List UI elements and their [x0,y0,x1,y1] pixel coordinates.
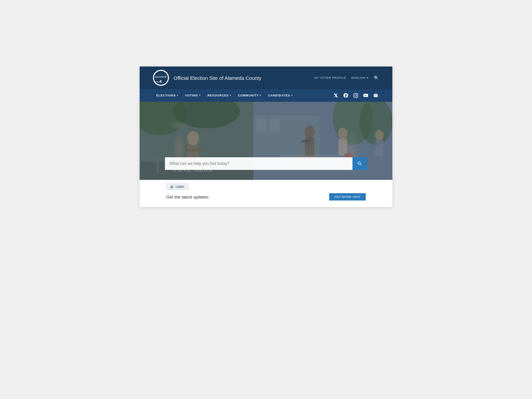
page-container: ACVOTE ★ Official Election Site of Alame… [140,66,392,207]
site-title: Official Election Site of Alameda County [174,75,261,81]
language-selector[interactable]: ENGLISH ▾ [351,76,368,79]
social-icons [332,92,379,99]
get-more-info-button[interactable]: GET MORE INFO [329,193,366,200]
listen-speaker-icon: 🔊 [170,185,174,189]
search-icon[interactable]: 🔍 [374,75,379,80]
search-submit-icon [357,161,362,166]
elections-chevron-icon: ▾ [177,94,179,97]
hero-section: VOTE HERE [140,102,392,180]
updates-text: Get the latest updates [166,195,208,200]
logo-acvote-text: ACVOTE [155,76,167,78]
logo-wave [154,79,168,83]
top-header: ACVOTE ★ Official Election Site of Alame… [140,66,392,89]
community-chevron-icon: ▾ [260,94,261,97]
logo-area: ACVOTE ★ Official Election Site of Alame… [153,70,261,86]
email-icon[interactable] [372,92,379,99]
voter-profile-link[interactable]: MY VOTER PROFILE [314,76,346,79]
header-right: MY VOTER PROFILE ENGLISH ▾ 🔍 [314,75,379,80]
voting-chevron-icon: ▾ [199,94,201,97]
instagram-icon[interactable] [352,92,359,99]
twitter-icon[interactable] [332,92,339,99]
nav-bar: ELECTIONS ▾ VOTING ▾ RESOURCES ▾ COMMUNI… [140,89,392,102]
candidates-chevron-icon: ▾ [291,94,293,97]
nav-item-resources[interactable]: RESOURCES ▾ [204,89,235,102]
updates-section: Get the latest updates GET MORE INFO [166,193,366,200]
hero-search-button[interactable] [352,157,367,170]
youtube-icon[interactable] [362,92,369,99]
hero-search [165,157,367,170]
nav-item-elections[interactable]: ELECTIONS ▾ [153,89,182,102]
logo-icon[interactable]: ACVOTE ★ [153,70,169,86]
below-hero: 🔊 Listen Get the latest updates GET MORE… [140,180,392,207]
nav-item-community[interactable]: COMMUNITY ▾ [235,89,265,102]
facebook-icon[interactable] [342,92,349,99]
nav-item-candidates[interactable]: CANDIDATES ▾ [265,89,296,102]
language-chevron-icon: ▾ [367,76,369,79]
hero-search-input[interactable] [165,157,352,170]
resources-chevron-icon: ▾ [230,94,231,97]
nav-links: ELECTIONS ▾ VOTING ▾ RESOURCES ▾ COMMUNI… [153,89,296,102]
nav-item-voting[interactable]: VOTING ▾ [182,89,204,102]
listen-button[interactable]: 🔊 Listen [166,184,188,190]
